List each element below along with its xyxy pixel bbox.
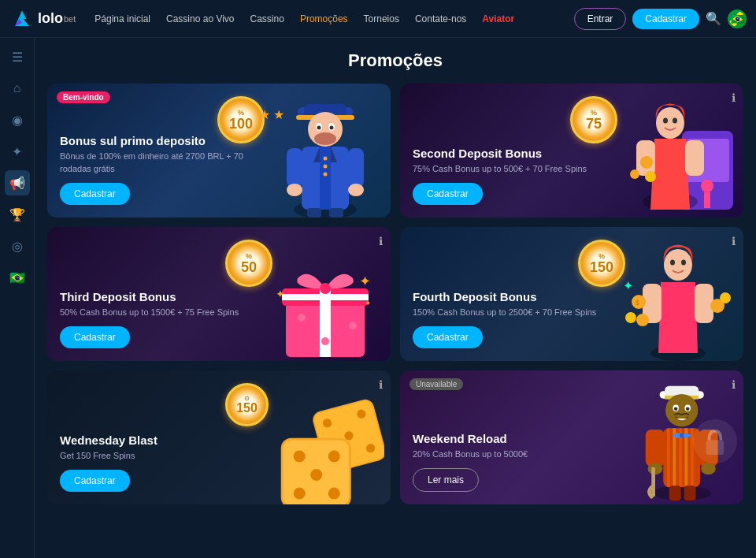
sidebar-star-icon[interactable]: ✦	[5, 139, 30, 164]
sidebar-person-icon[interactable]: ◉	[5, 107, 30, 132]
chip-value-3: 50	[241, 260, 257, 274]
promo-register-btn-3[interactable]: Cadastrar	[60, 326, 130, 348]
promo-card-weekend: Unavailable ℹ	[400, 370, 743, 504]
promo-chip-3: % 50	[225, 240, 272, 287]
promo-desc-5: Get 150 Free Spins	[60, 450, 267, 462]
sidebar-home-icon[interactable]: ⌂	[5, 76, 30, 101]
promo-desc-2: 75% Cash Bonus up to 500€ + 70 Free Spin…	[413, 163, 620, 175]
promo-chip-4: % 150	[578, 240, 625, 287]
svg-text:✦: ✦	[359, 273, 371, 289]
language-flag[interactable]: 🇧🇷	[728, 9, 747, 28]
top-navigation: lolo bet Página inicial Cassino ao Vivo …	[0, 0, 756, 38]
svg-point-30	[663, 118, 668, 124]
promo-desc-6: 20% Cash Bonus up to 5000€	[413, 448, 620, 460]
nav-contact[interactable]: Contate-nos	[409, 10, 472, 28]
promo-card-first-deposit: Bem-vindo % 100	[47, 84, 391, 218]
logo-sub: bet	[64, 14, 76, 24]
nav-live-casino[interactable]: Cassino ao Vivo	[160, 10, 241, 28]
promo-register-btn-5[interactable]: Cadastrar	[60, 470, 130, 492]
promo-title-5: Wednesday Blast	[60, 433, 267, 447]
svg-point-79	[665, 394, 698, 426]
main-content: Promoções Bem-vindo % 100	[35, 38, 756, 558]
sidebar-location-icon[interactable]: ◎	[5, 233, 30, 259]
chip-value-1: 100	[229, 117, 253, 131]
svg-point-9	[317, 126, 321, 130]
promo-chip-2: % 75	[570, 96, 617, 143]
promo-desc-3: 50% Cash Bonus up to 1500€ + 75 Free Spi…	[60, 307, 267, 318]
sidebar-flag-icon[interactable]: 🇧🇷	[5, 265, 30, 290]
promo-title-6: Weekend Reload	[413, 432, 620, 445]
sidebar-megaphone-icon[interactable]: 📢	[5, 170, 30, 195]
promo-desc-1: Bônus de 100% em dinheiro até 2700 BRL +…	[60, 151, 267, 175]
promo-card-second-deposit: ℹ % 75	[400, 84, 743, 218]
nav-links: Página inicial Cassino ao Vivo Cassino P…	[88, 10, 573, 28]
promo-title-3: Third Deposit Bonus	[60, 290, 267, 303]
nav-right: Entrar Cadastrar 🔍 🇧🇷	[574, 8, 747, 30]
promo-title-4: Fourth Deposit Bonus	[413, 290, 620, 303]
promo-desc-4: 150% Cash Bonus up to 2500€ + 70 Free Sp…	[413, 307, 620, 318]
promo-card-fourth-deposit: ℹ % 150	[400, 227, 743, 361]
svg-point-82	[674, 407, 678, 411]
page-title: Promoções	[47, 50, 743, 71]
register-button-top[interactable]: Cadastrar	[632, 9, 699, 29]
promo-badge-unavailable: Unavailable	[410, 378, 463, 390]
svg-point-49	[664, 249, 692, 281]
svg-point-50	[670, 260, 675, 266]
svg-point-10	[330, 126, 334, 130]
nav-aviator[interactable]: Aviator	[476, 10, 521, 28]
promo-chip-5: ⊙ 150	[225, 383, 269, 426]
svg-point-51	[681, 260, 686, 266]
chip-value-4: 150	[590, 260, 613, 274]
promo-card-wednesday: ℹ ⊙ 150	[47, 370, 391, 504]
promo-read-more-btn-6[interactable]: Ler mais	[413, 468, 479, 492]
sidebar-trophy-icon[interactable]: 🏆	[5, 202, 30, 227]
chip-value-5: 150	[236, 402, 258, 415]
promo-card-third-deposit: ℹ % 50	[47, 227, 391, 361]
svg-point-31	[673, 118, 677, 124]
stars-deco: ★ ★	[259, 107, 284, 122]
nav-tournaments[interactable]: Torneios	[358, 10, 406, 28]
promo-grid: Bem-vindo % 100	[47, 84, 743, 504]
svg-point-29	[656, 107, 684, 139]
svg-point-83	[686, 407, 690, 411]
promo-title-1: Bonus sul primo deposito	[60, 134, 267, 147]
promo-register-btn-1[interactable]: Cadastrar	[60, 183, 130, 205]
promo-badge-welcome: Bem-vindo	[57, 91, 110, 103]
promo-register-btn-2[interactable]: Cadastrar	[413, 183, 483, 205]
search-icon[interactable]: 🔍	[706, 11, 721, 26]
promo-title-2: Second Deposit Bonus	[413, 147, 620, 160]
nav-home[interactable]: Página inicial	[88, 10, 157, 28]
svg-rect-22	[307, 208, 321, 218]
promo-register-btn-4[interactable]: Cadastrar	[413, 326, 483, 348]
svg-rect-23	[329, 208, 343, 218]
nav-promotions[interactable]: Promoções	[294, 10, 354, 28]
logo[interactable]: lolo bet	[9, 6, 76, 32]
main-container: ☰ ⌂ ◉ ✦ 📢 🏆 ◎ 🇧🇷 Promoções Bem-vindo % 1…	[0, 38, 756, 558]
sidebar: ☰ ⌂ ◉ ✦ 📢 🏆 ◎ 🇧🇷	[0, 38, 35, 558]
login-button[interactable]: Entrar	[574, 8, 627, 30]
nav-casino[interactable]: Cassino	[244, 10, 291, 28]
sidebar-menu-icon[interactable]: ☰	[5, 44, 30, 69]
logo-text: lolo	[38, 10, 63, 27]
chip-value-2: 75	[586, 117, 602, 131]
